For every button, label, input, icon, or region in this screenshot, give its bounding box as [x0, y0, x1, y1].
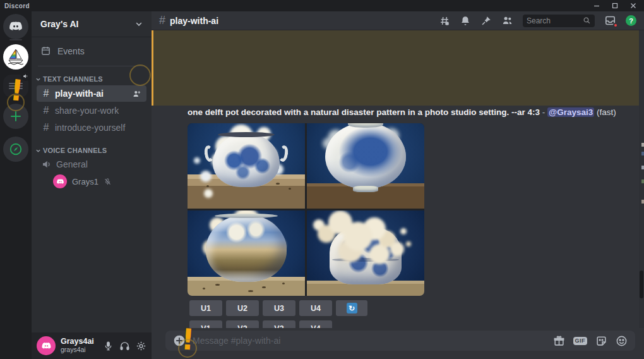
- generated-image-bottom-left[interactable]: [188, 210, 305, 296]
- avatar[interactable]: [37, 336, 56, 355]
- voice-channels-header[interactable]: VOICE CHANNELS: [32, 137, 152, 156]
- user-panel-controls: [103, 341, 146, 351]
- upscale-button-row: U1 U2 U3 U4 ↻: [189, 300, 367, 316]
- username: Grays4ai: [61, 338, 94, 346]
- user-mention[interactable]: @Graysai3: [547, 107, 594, 117]
- chat-scrollbar[interactable]: [639, 30, 644, 329]
- foam-explosion: [352, 222, 364, 233]
- delft-pot: [330, 228, 402, 284]
- voice-user-grays1[interactable]: Grays1: [48, 173, 146, 190]
- sidebar-channel-play-with-ai[interactable]: # play-with-ai: [37, 85, 146, 102]
- click-indicator-ring: [178, 339, 197, 358]
- pot-foot: [353, 186, 378, 192]
- chevron-down-small-icon: [35, 148, 41, 154]
- hash-icon: #: [42, 122, 51, 133]
- header-toolbar: ?: [439, 15, 636, 27]
- message-input[interactable]: [193, 336, 546, 346]
- minimize-icon[interactable]: [593, 3, 600, 9]
- user-tag: grays4ai: [61, 346, 94, 354]
- mention-highlighted-message: [152, 30, 639, 106]
- app-title: Discord: [0, 3, 30, 9]
- help-button[interactable]: ?: [626, 15, 636, 26]
- sidebar-voice-channel-general[interactable]: General: [37, 157, 146, 172]
- hash-icon: #: [42, 88, 51, 99]
- click-indicator-ring: [7, 94, 25, 111]
- avatar: [53, 174, 67, 188]
- maximize-icon[interactable]: [612, 3, 618, 9]
- chevron-down-icon: [135, 20, 143, 28]
- window-controls: [593, 3, 644, 9]
- prompt-text: one delft pot decorated with a natural d…: [188, 107, 540, 117]
- channel-label: share-your-work: [55, 106, 119, 116]
- search-icon: [583, 16, 591, 25]
- gif-picker-icon[interactable]: GIF: [573, 337, 588, 345]
- midjourney-server-button[interactable]: [3, 44, 28, 70]
- compass-icon: [9, 142, 23, 156]
- mic-muted-icon: [104, 178, 112, 186]
- sidebar-channel-share-your-work[interactable]: # share-your-work: [37, 102, 146, 119]
- server-header[interactable]: Gray's AI: [32, 11, 152, 37]
- delft-pot: [213, 134, 280, 187]
- member-list-icon[interactable]: [501, 15, 513, 27]
- sailboat-icon: [6, 47, 25, 66]
- chat-area: # play-with-ai ? Vary (Strong) Va: [152, 11, 644, 359]
- plus-icon: [9, 110, 22, 123]
- question-icon: ?: [629, 17, 633, 25]
- refresh-icon: ↻: [347, 303, 357, 313]
- close-icon[interactable]: [630, 3, 636, 9]
- unread-dot: [613, 23, 618, 28]
- sidebar-item-events[interactable]: Events: [32, 40, 152, 62]
- threads-icon[interactable]: [439, 15, 450, 27]
- explore-servers-button[interactable]: [3, 137, 28, 162]
- u4-button[interactable]: U4: [299, 300, 332, 316]
- sticker-icon[interactable]: [595, 335, 607, 347]
- generated-image-bottom-right[interactable]: [307, 210, 424, 296]
- invite-person-add-icon[interactable]: [132, 89, 141, 99]
- window-titlebar: Discord: [0, 0, 644, 11]
- user-identity[interactable]: Grays4ai grays4ai: [61, 338, 94, 353]
- generated-image-top-left[interactable]: [188, 123, 305, 209]
- search-input[interactable]: [527, 16, 583, 25]
- discord-logo-icon: [8, 19, 23, 34]
- u2-button[interactable]: U2: [226, 300, 259, 316]
- chevron-down-small-icon: [35, 76, 41, 82]
- composer-actions: GIF: [553, 335, 628, 347]
- notifications-bell-icon[interactable]: [460, 15, 471, 27]
- voice-user-label: Grays1: [72, 177, 98, 186]
- discord-home-button[interactable]: [3, 14, 28, 39]
- events-label: Events: [57, 46, 85, 56]
- channel-header: # play-with-ai ?: [152, 11, 644, 30]
- hash-icon: #: [159, 14, 165, 27]
- sidebar-channel-introduce-yourself[interactable]: # introduce-yourself: [37, 119, 146, 136]
- separator: -: [542, 107, 546, 117]
- delft-pot-landscape: [206, 215, 287, 282]
- message-composer: GIF: [152, 328, 644, 359]
- channel-title: play-with-ai: [170, 16, 218, 26]
- channel-label: play-with-ai: [55, 88, 104, 99]
- server-name: Gray's AI: [40, 19, 78, 29]
- emoji-smiley-icon[interactable]: [616, 335, 628, 347]
- calendar-icon: [40, 46, 51, 56]
- scrollbar-thumb[interactable]: [640, 271, 643, 298]
- user-panel: Grays4ai grays4ai: [32, 332, 152, 359]
- delft-pot: [325, 123, 406, 188]
- reroll-button[interactable]: ↻: [336, 300, 367, 316]
- pinned-messages-icon[interactable]: [480, 15, 492, 27]
- speaker-icon: [42, 159, 52, 169]
- generated-image-top-right[interactable]: [307, 123, 424, 209]
- settings-gear-icon[interactable]: [136, 341, 146, 351]
- u3-button[interactable]: U3: [263, 300, 295, 316]
- inbox-button[interactable]: [604, 15, 616, 27]
- message-input-bar[interactable]: GIF: [165, 331, 635, 351]
- click-indicator-ring: [129, 64, 151, 86]
- generated-image-grid[interactable]: [188, 123, 424, 296]
- u1-button[interactable]: U1: [189, 300, 222, 316]
- channel-sidebar: Gray's AI Events TEXT CHANNELS # play-wi…: [32, 11, 152, 359]
- hash-icon: #: [42, 105, 51, 116]
- mic-icon[interactable]: [103, 341, 114, 351]
- gift-icon[interactable]: [553, 335, 565, 347]
- server-rail: [0, 11, 32, 359]
- search-box[interactable]: [523, 15, 595, 27]
- channel-label: introduce-yourself: [55, 123, 125, 133]
- headphones-icon[interactable]: [119, 341, 130, 351]
